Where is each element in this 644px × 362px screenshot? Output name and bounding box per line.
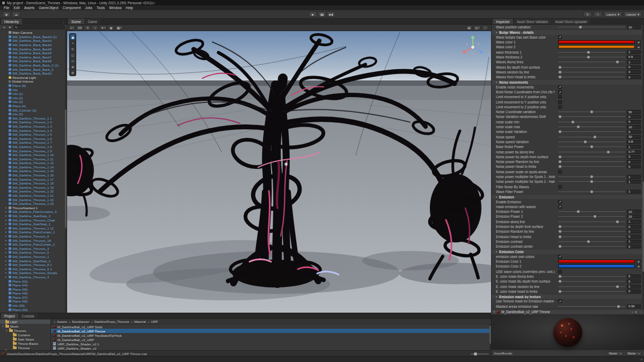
- scene-view-tab[interactable]: Scene: [68, 19, 84, 24]
- hierarchy-item[interactable]: SM_Darkline_Thrones_1 9: [0, 149, 67, 153]
- property-slider[interactable]: [558, 67, 625, 68]
- hierarchy-item[interactable]: SM_Darkline_PlainCurtains_3: [0, 210, 67, 214]
- property-value-field[interactable]: 5: [627, 120, 641, 124]
- hierarchy-item[interactable]: Info (3): [0, 100, 67, 104]
- scene-view-tab[interactable]: Game: [85, 19, 100, 24]
- menu-item[interactable]: Help: [123, 6, 135, 10]
- camera-preview-icon[interactable]: ▤: [466, 25, 472, 30]
- property-value-field[interactable]: 0.77: [627, 150, 641, 154]
- scrollbar-thumb[interactable]: [489, 326, 491, 344]
- hierarchy-item[interactable]: SM_Darkline_Back_Back6: [0, 51, 67, 55]
- menu-item[interactable]: GameObject: [36, 6, 61, 10]
- inspector-tab[interactable]: Asset Store Validator: [514, 19, 552, 24]
- property-checkbox[interactable]: [558, 90, 562, 94]
- property-value-field[interactable]: 0: [627, 279, 641, 283]
- hierarchy-item[interactable]: SM_Darkline_Thrones_1 2: [0, 120, 67, 124]
- slider-handle[interactable]: [594, 136, 596, 138]
- expand-arrow-icon[interactable]: [5, 210, 8, 213]
- expand-arrow-icon[interactable]: [5, 271, 8, 274]
- hierarchy-item[interactable]: Global Volume: [0, 79, 67, 84]
- create-object-button[interactable]: +: [2, 25, 6, 29]
- scale-tool[interactable]: ◱: [70, 52, 75, 57]
- property-slider[interactable]: [558, 181, 625, 182]
- expand-arrow-icon[interactable]: [5, 243, 8, 246]
- folder-item[interactable]: Thrones: [0, 328, 50, 333]
- property-slider[interactable]: [558, 246, 625, 247]
- hierarchy-item[interactable]: Info (5): [0, 112, 67, 116]
- hierarchy-item[interactable]: SM_Darkline_Thrones_1 18: [0, 181, 67, 186]
- hierarchy-item[interactable]: SM_Darkline_Back_Back7: [0, 55, 67, 60]
- expand-arrow-icon[interactable]: [5, 219, 8, 221]
- slider-handle[interactable]: [559, 115, 561, 118]
- cloud-services-icon[interactable]: ☁: [12, 11, 20, 17]
- property-value-field[interactable]: 1: [627, 220, 641, 224]
- gear-icon[interactable]: ⚙: [635, 311, 638, 314]
- hierarchy-item[interactable]: SM_Darkline_Thrones_3: [0, 246, 67, 250]
- slider-handle[interactable]: [616, 61, 619, 63]
- step-button[interactable]: ▶▮: [327, 11, 335, 17]
- property-value-field[interactable]: 10: [627, 210, 641, 213]
- resize-grip-icon[interactable]: ≡: [641, 358, 642, 361]
- hierarchy-item[interactable]: Plane (43): [0, 279, 67, 283]
- property-slider[interactable]: [558, 116, 625, 117]
- hierarchy-item[interactable]: SM_Darkline_Thrones_1 21: [0, 194, 67, 198]
- slider-handle[interactable]: [587, 240, 590, 243]
- create-dropdown-icon[interactable]: ▾: [8, 25, 12, 29]
- hierarchy-item[interactable]: SM_Darkline_Back_Back8: [0, 59, 67, 63]
- hierarchy-item[interactable]: SM_Darkline_Thrones_1 1: [0, 116, 67, 120]
- 2d-toggle[interactable]: 2D: [76, 25, 83, 30]
- scene-visibility-icon[interactable]: ◉: [108, 25, 114, 30]
- hierarchy-item[interactable]: SM_Darkline_StairStep_1: [0, 222, 67, 226]
- expand-arrow-icon[interactable]: [5, 223, 8, 225]
- property-slider[interactable]: [558, 211, 625, 212]
- hierarchy-item[interactable]: SM_Darkline_Thrones_1 11: [0, 157, 67, 161]
- slider-handle[interactable]: [474, 352, 477, 356]
- hierarchy-item[interactable]: SM_Cylinder (2): [0, 108, 67, 112]
- slider-handle[interactable]: [577, 125, 580, 128]
- property-checkbox[interactable]: [558, 100, 562, 104]
- slider-handle[interactable]: [590, 190, 593, 193]
- asset-item[interactable]: M_DarklineBall_v2_URP TwoSidedTipThick: [51, 333, 491, 337]
- property-value-field[interactable]: 0.5: [627, 55, 641, 59]
- slider-handle[interactable]: [559, 76, 561, 78]
- slider-handle[interactable]: [559, 290, 561, 293]
- hierarchy-item[interactable]: SM_Darkline_Thrones_1 12: [0, 226, 67, 231]
- hierarchy-item[interactable]: Info (30): [0, 304, 67, 308]
- hierarchy-item[interactable]: SM_Darkline_Thrones_1 16: [0, 173, 67, 178]
- slider-handle[interactable]: [616, 285, 619, 288]
- hierarchy-item[interactable]: SM_Darkline_Thrones_Simple: [0, 271, 67, 275]
- property-value-field[interactable]: 0.95: [627, 305, 641, 308]
- slider-handle[interactable]: [590, 180, 593, 183]
- property-value-field[interactable]: 0: [627, 290, 641, 293]
- menu-item[interactable]: Window: [107, 6, 123, 10]
- slider-handle[interactable]: [590, 145, 593, 148]
- layout-dropdown[interactable]: Layout ▾: [624, 11, 642, 17]
- color-picker-icon[interactable]: [636, 40, 641, 44]
- hierarchy-item[interactable]: Plane (47): [0, 295, 67, 300]
- hierarchy-item[interactable]: SM_Darkline_StairStep_3: [0, 214, 67, 218]
- expand-arrow-icon[interactable]: [6, 329, 8, 332]
- menu-item[interactable]: Edit: [11, 6, 21, 10]
- property-checkbox[interactable]: [558, 185, 562, 189]
- hierarchy-item[interactable]: Plane (45): [0, 287, 67, 291]
- folder-item[interactable]: URP: [0, 320, 50, 324]
- hierarchy-item[interactable]: SM_Darkline_Back_Back3 (1): [0, 35, 67, 39]
- hierarchy-item[interactable]: SM_Darkline_Thrones_1 23: [0, 202, 67, 206]
- property-value-field[interactable]: 0: [627, 70, 641, 74]
- hierarchy-item[interactable]: SM_Darkline_Thrones_18: [0, 238, 67, 242]
- property-value-field[interactable]: 1: [627, 175, 641, 179]
- property-slider[interactable]: [558, 176, 625, 177]
- property-value-field[interactable]: 0: [627, 230, 641, 233]
- hierarchy-item[interactable]: Plane (46): [0, 291, 67, 295]
- color-picker-icon[interactable]: [636, 45, 641, 49]
- slider-handle[interactable]: [559, 160, 561, 163]
- property-value-field[interactable]: 0.8: [627, 140, 641, 144]
- hierarchy-item[interactable]: SM_Darkline_Thrones_8 1: [0, 263, 67, 267]
- property-checkbox[interactable]: [558, 205, 562, 209]
- property-value-field[interactable]: 0: [627, 235, 641, 239]
- slider-handle[interactable]: [572, 121, 574, 123]
- pin-icon[interactable]: ▪: [632, 311, 633, 314]
- hierarchy-item[interactable]: SM_Darkline_Thrones_1 14: [0, 165, 67, 169]
- menu-dots-icon[interactable]: ⋮: [639, 311, 642, 314]
- property-slider[interactable]: [558, 281, 625, 282]
